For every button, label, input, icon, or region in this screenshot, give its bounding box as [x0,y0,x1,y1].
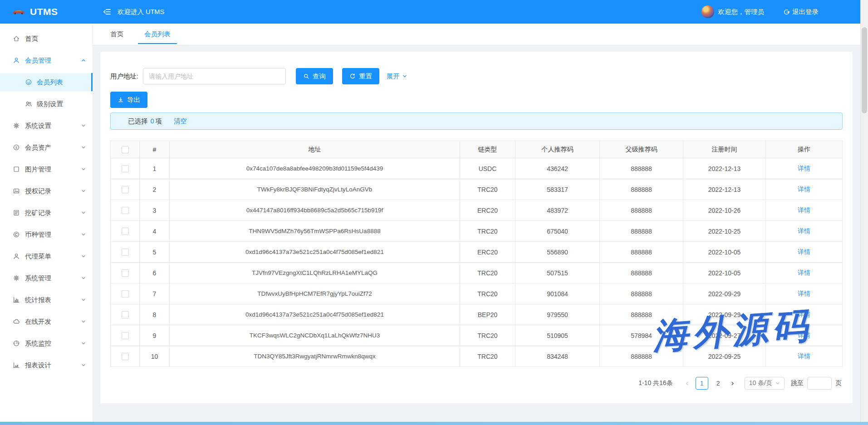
svg-text:$: $ [15,146,18,150]
select-all-checkbox[interactable] [122,146,129,153]
detail-link[interactable]: 详情 [798,206,810,214]
chevron-down-icon [81,145,86,150]
row-checkbox[interactable] [122,249,129,256]
sidebar-item-dollar-3[interactable]: $会员资产 [0,138,93,156]
main: 首页 会员列表 用户地址: 查询 [93,24,860,422]
row-checkbox[interactable] [122,332,129,339]
sidebar-item-square-4[interactable]: 图片管理 [0,160,93,178]
detail-link[interactable]: 详情 [798,186,810,193]
detail-link[interactable]: 详情 [798,290,810,297]
row-checkbox[interactable] [122,353,129,360]
sidebar-item-label: 代理菜单 [25,252,51,261]
sidebar-item-gear-2[interactable]: 系统设置 [0,117,93,135]
sidebar-item-gear2-9[interactable]: 系统管理 [0,269,93,287]
row-select-cell [111,263,140,283]
sidebar-item-dashboard-12[interactable]: 系统监控 [0,334,93,352]
selection-count: 0 [151,117,154,125]
sidebar-subitem-smile[interactable]: 会员列表 [0,73,93,91]
page-button-2[interactable]: 2 [712,377,725,390]
table-row: 4THN9WV5dMZh76y56TmWSPPa6RsHsUa8888TRC20… [111,221,843,242]
team-icon [25,100,32,107]
expand-label: 展开 [387,72,400,81]
sidebar-item-label: 图片管理 [25,165,51,174]
row-checkbox[interactable] [122,228,129,235]
detail-link[interactable]: 详情 [798,248,810,255]
row-index: 3 [140,200,170,221]
sidebar-item-label: 会员管理 [25,56,51,65]
reset-button[interactable]: 重置 [342,68,379,84]
next-page-button[interactable] [726,377,739,390]
welcome-text: 欢迎进入 UTMS [118,8,164,16]
detail-link[interactable]: 详情 [798,311,810,318]
clear-selection-link[interactable]: 清空 [174,117,187,126]
row-address: 0x74ca107de8a8abfee498209b3fd01159e5f4d4… [170,158,460,179]
row-chain-type: TRC20 [460,221,515,242]
row-checkbox[interactable] [122,290,129,298]
row-action-cell: 详情 [766,200,843,221]
select-all-cell [111,141,140,158]
column-header: 个人推荐码 [515,141,600,158]
export-button[interactable]: 导出 [110,92,147,108]
row-index: 5 [140,242,170,263]
sidebar-item-doc-6[interactable]: 挖矿记录 [0,204,93,222]
detail-link[interactable]: 详情 [798,165,810,172]
row-parent-code: 888888 [600,263,683,283]
sidebar-item-cloud-11[interactable]: 在线开发 [0,313,93,331]
detail-link[interactable]: 详情 [798,227,810,234]
address-input[interactable] [143,68,286,84]
sidebar-item-copyright-7[interactable]: 币种管理 [0,225,93,244]
row-select-cell [111,346,140,367]
row-checkbox[interactable] [122,311,129,318]
row-checkbox[interactable] [122,207,129,214]
sidebar-item-chart-bar-10[interactable]: 统计报表 [0,291,93,309]
scrollbar-thumb[interactable] [862,27,867,113]
menu-fold-icon[interactable] [103,8,111,16]
expand-link[interactable]: 展开 [387,72,407,81]
tab-member-list[interactable]: 会员列表 [138,24,177,45]
prev-page-button[interactable] [681,377,694,390]
chevron-down-icon [81,319,86,324]
sidebar-item-label: 系统监控 [25,339,51,348]
sidebar-subitem-label: 级别设置 [37,100,63,108]
sidebar-item-home-0[interactable]: 首页 [0,29,93,48]
page-size-select[interactable]: 10 条/页 [745,377,785,390]
detail-link[interactable]: 详情 [798,269,810,276]
selection-suffix: 项 [156,117,162,126]
copyright-icon [13,231,20,238]
pagination: 1-10 共16条 12 10 条/页 跳至 页 [110,377,843,390]
row-action-cell: 详情 [766,346,843,367]
tab-home[interactable]: 首页 [104,24,130,45]
detail-link[interactable]: 详情 [798,352,810,360]
row-parent-code: 888888 [600,283,683,304]
sidebar-item-user-1[interactable]: 会员管理 [0,51,93,69]
sidebar: 首页会员管理会员列表级别设置系统设置$会员资产图片管理授权记录挖矿记录币种管理代… [0,24,93,422]
chevron-down-icon [81,275,86,281]
logout-button[interactable]: 退出登录 [783,8,819,16]
row-action-cell: 详情 [766,263,843,283]
query-button[interactable]: 查询 [296,68,333,84]
screen: UTMS 欢迎进入 UTMS 欢迎您，管理员 退出登录 首页会员管理会员列表级别… [0,0,868,425]
sidebar-item-chart-area-13[interactable]: 报表设计 [0,356,93,374]
row-chain-type: TRC20 [460,325,515,346]
row-checkbox[interactable] [122,269,129,277]
row-address: TDN3QY85Jft3RwgyatjRNmrwRmwkn8qwqx [170,346,460,367]
scrollbar[interactable] [860,0,868,425]
chevron-down-icon [81,362,86,368]
row-checkbox[interactable] [122,165,129,172]
jump-page-input[interactable] [807,377,832,390]
row-checkbox[interactable] [122,186,129,193]
detail-link[interactable]: 详情 [798,332,810,339]
sidebar-subitem-team[interactable]: 级别设置 [0,95,93,113]
row-parent-code: 578984 [600,325,683,346]
row-address: TWkFy8krBJQF3BNiFdtyqZjvLtyLoAnGVb [170,179,460,200]
row-select-cell [111,283,140,304]
sidebar-item-person-8[interactable]: 代理菜单 [0,247,93,265]
row-reg-date: 2022-09-29 [683,304,766,325]
sidebar-item-picture-5[interactable]: 授权记录 [0,182,93,200]
reload-icon [349,73,356,79]
page-button-1[interactable]: 1 [696,377,708,390]
row-action-cell: 详情 [766,158,843,179]
avatar[interactable] [701,5,714,18]
sidebar-item-label: 授权记录 [25,187,51,195]
sidebar-item-label: 首页 [25,34,38,43]
